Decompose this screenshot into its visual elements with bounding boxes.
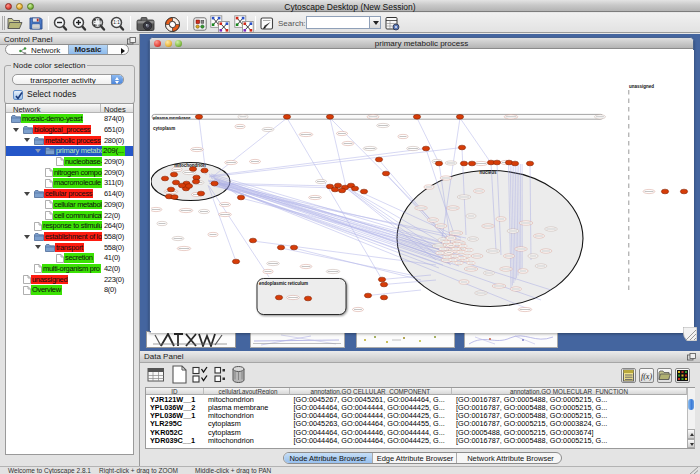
svg-text:plasma membrane: plasma membrane: [153, 114, 191, 119]
svg-text:cytoplasm: cytoplasm: [153, 126, 175, 131]
svg-text:endoplasmic reticulum: endoplasmic reticulum: [259, 280, 308, 285]
svg-text:unassigned: unassigned: [629, 83, 654, 88]
svg-text:nucleus: nucleus: [479, 170, 497, 175]
svg-text:1:1: 1:1: [113, 20, 120, 25]
svg-text:f(x): f(x): [640, 372, 651, 381]
